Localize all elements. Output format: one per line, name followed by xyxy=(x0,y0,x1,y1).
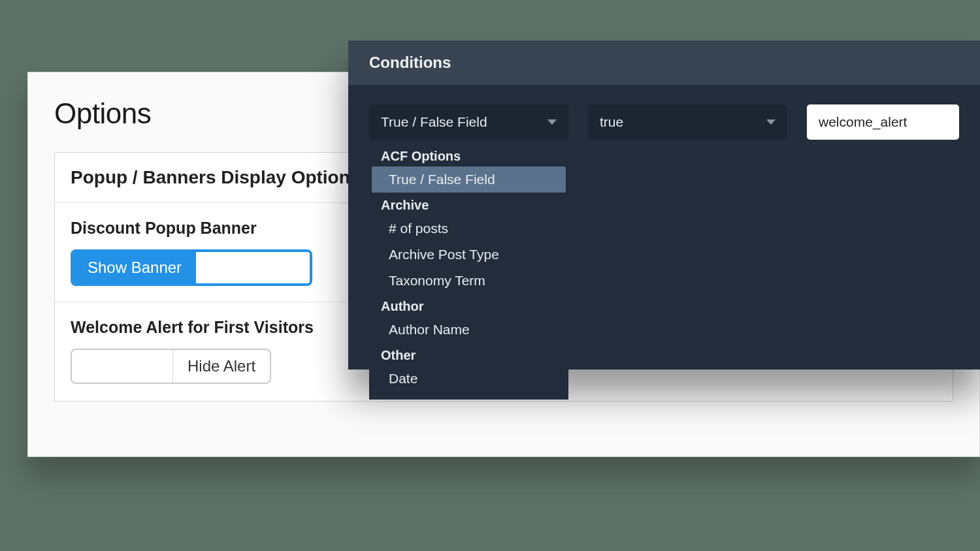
condition-row: True / False Field ACF Options True / Fa… xyxy=(369,104,959,140)
dropdown-group-other: Other xyxy=(369,343,568,366)
dropdown-group-acf: ACF Options xyxy=(369,144,568,166)
welcome-alert-toggle[interactable]: Hide Alert xyxy=(71,349,271,384)
toggle-off-label: Hide Alert xyxy=(173,357,270,375)
dropdown-item-author-name[interactable]: Author Name xyxy=(369,317,568,343)
input-value: welcome_alert xyxy=(819,114,907,130)
dropdown-item-taxonomy-term[interactable]: Taxonomy Term xyxy=(369,268,568,294)
toggle-track xyxy=(72,350,173,383)
select-value: True / False Field xyxy=(381,114,547,130)
conditions-body: True / False Field ACF Options True / Fa… xyxy=(348,85,980,140)
chevron-down-icon xyxy=(547,119,557,125)
discount-banner-toggle[interactable]: Show Banner xyxy=(71,249,312,286)
dropdown-item-num-posts[interactable]: # of posts xyxy=(369,215,568,242)
dropdown-item-archive-post-type[interactable]: Archive Post Type xyxy=(369,242,568,268)
dropdown-group-author: Author xyxy=(369,294,568,317)
condition-text-input[interactable]: welcome_alert xyxy=(807,104,959,140)
chevron-down-icon xyxy=(766,119,776,125)
dropdown-item-true-false-field[interactable]: True / False Field xyxy=(372,166,566,193)
condition-field-dropdown: ACF Options True / False Field Archive #… xyxy=(369,140,568,400)
conditions-title: Conditions xyxy=(348,40,980,85)
dropdown-group-archive: Archive xyxy=(369,193,568,215)
condition-field-select[interactable]: True / False Field ACF Options True / Fa… xyxy=(369,104,568,140)
condition-value-select[interactable]: true xyxy=(588,104,787,140)
toggle-track xyxy=(196,252,310,283)
dropdown-item-date[interactable]: Date xyxy=(369,366,568,392)
toggle-on-label: Show Banner xyxy=(73,252,196,283)
select-value: true xyxy=(600,114,766,130)
conditions-panel: Conditions True / False Field ACF Option… xyxy=(348,40,980,370)
